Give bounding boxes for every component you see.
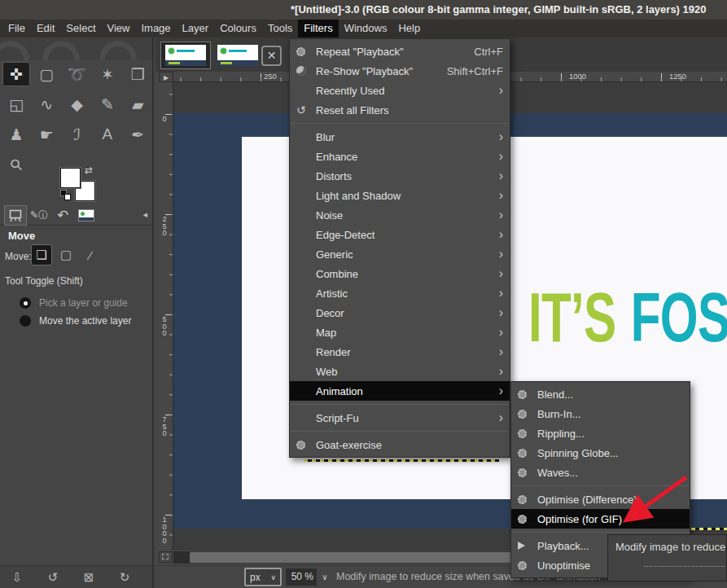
move-layer-button[interactable]: ❏ xyxy=(31,244,52,265)
rectangle-select-tool[interactable]: ▢ xyxy=(33,62,60,86)
transform-tool[interactable]: ◱ xyxy=(2,92,30,116)
menu-item-goat-exercise[interactable]: Goat-exercise xyxy=(290,435,510,454)
move-selection-button[interactable]: ▢ xyxy=(55,244,77,265)
menu-item-rippling[interactable]: Rippling... xyxy=(511,423,690,443)
default-colors-icon[interactable] xyxy=(60,190,72,201)
tab-tool-options[interactable] xyxy=(4,205,27,226)
fuzzy-select-tool[interactable]: ✶ xyxy=(94,62,121,86)
ruler-label-0: 0 xyxy=(160,116,169,123)
menubar-item-tools[interactable]: Tools xyxy=(262,20,298,37)
menu-item-optimise-for-gif[interactable]: Optimise (for GIF) xyxy=(511,509,690,529)
radio-move-the-active-layer[interactable]: Move the active layer xyxy=(20,314,131,327)
menu-item-recently-used[interactable]: Recently Used› xyxy=(290,81,510,100)
menubar-item-help[interactable]: Help xyxy=(392,20,426,37)
menubar-item-colours[interactable]: Colours xyxy=(214,20,262,37)
eraser-tool[interactable]: ▰ xyxy=(124,92,151,116)
ruler-origin-button[interactable]: ▶ xyxy=(159,72,173,82)
ruler-label-250: 2 5 0 xyxy=(160,216,169,237)
gimp-window: *[Untitled]-3.0 (RGB colour 8-bit gamma … xyxy=(0,0,727,588)
menu-item-label: Reset all Filters xyxy=(316,104,493,116)
tab-undo-history[interactable]: ↶ xyxy=(51,205,74,226)
menu-item-web[interactable]: Web› xyxy=(290,362,510,381)
collapse-dock-icon[interactable]: ◂ xyxy=(142,209,147,220)
free-select-tool[interactable]: ➰ xyxy=(64,62,91,86)
zoom-chevron-icon[interactable]: ∨ xyxy=(318,568,331,586)
smudge-tool[interactable]: ☛ xyxy=(33,122,60,147)
airbrush-tool[interactable]: ℐ xyxy=(64,122,91,147)
menu-item-light-and-shadow[interactable]: Light and Shadow› xyxy=(290,186,510,205)
menu-item-label: Spinning Globe... xyxy=(537,447,673,459)
foreground-color-swatch[interactable] xyxy=(60,168,81,188)
restore-tool-preset-button[interactable]: ↺ xyxy=(44,569,62,586)
radio-label: Pick a layer or guide xyxy=(39,297,128,309)
gear-icon xyxy=(518,429,527,438)
menu-item-burn-in[interactable]: Burn-In... xyxy=(511,404,690,423)
text-tool[interactable]: A xyxy=(94,122,121,147)
menubar-item-windows[interactable]: Windows xyxy=(339,20,393,37)
delete-tool-preset-button[interactable]: ⊠ xyxy=(80,569,98,586)
menubar-item-image[interactable]: Image xyxy=(135,20,176,37)
menu-item-waves[interactable]: Waves... xyxy=(511,463,690,482)
menubar-item-layer[interactable]: Layer xyxy=(177,20,215,37)
window-title: *[Untitled]-3.0 (RGB colour 8-bit gamma … xyxy=(291,3,706,15)
warp-tool[interactable]: ∿ xyxy=(33,92,60,116)
swap-colors-icon[interactable]: ⇄ xyxy=(85,165,93,176)
unit-dropdown[interactable]: px ∨ xyxy=(244,568,282,586)
reset-tool-options-button[interactable]: ↻ xyxy=(116,569,134,586)
menu-item-reset-all-filters[interactable]: ↺Reset all Filters xyxy=(290,100,510,120)
menu-item-artistic[interactable]: Artistic› xyxy=(290,283,510,303)
menu-item-blend[interactable]: Blend... xyxy=(511,384,690,404)
zoom-level-field[interactable]: 50 % xyxy=(286,568,317,586)
menu-item-optimise-difference[interactable]: Optimise (Difference) xyxy=(511,489,690,509)
ruler-label-500: 5 0 0 xyxy=(160,316,169,337)
gear-icon xyxy=(518,390,527,399)
menu-item-script-fu[interactable]: Script-Fu› xyxy=(290,408,510,428)
move-layer-icon: ❏ xyxy=(36,248,46,262)
menubar-item-filters[interactable]: Filters xyxy=(298,20,338,37)
menubar-item-select[interactable]: Select xyxy=(60,20,101,37)
menubar-item-file[interactable]: File xyxy=(2,20,31,37)
menu-item-label: Waves... xyxy=(537,467,673,479)
menubar-item-view[interactable]: View xyxy=(102,20,136,37)
paintbrush-tool[interactable]: ✎ xyxy=(94,92,121,116)
radio-button-icon[interactable] xyxy=(20,297,31,309)
menu-item-repeat-playback[interactable]: Repeat "Playback"Ctrl+F xyxy=(290,42,510,61)
submenu-chevron-icon: › xyxy=(489,385,503,397)
radio-pick-a-layer-or-guide[interactable]: Pick a layer or guide xyxy=(20,296,128,309)
move-path-button[interactable]: ∕ xyxy=(80,244,101,265)
ink-tool[interactable]: ✒ xyxy=(124,122,151,147)
menu-item-enhance[interactable]: Enhance› xyxy=(290,147,510,166)
menu-item-blur[interactable]: Blur› xyxy=(290,127,510,147)
close-image-button[interactable]: ✕ xyxy=(261,46,282,66)
save-tool-preset-button[interactable]: ⇩ xyxy=(8,569,26,586)
menu-item-combine[interactable]: Combine› xyxy=(290,264,510,283)
menu-item-render[interactable]: Render› xyxy=(290,342,510,362)
bucket-fill-tool[interactable]: ◆ xyxy=(64,92,91,116)
clone-tool[interactable]: ♟ xyxy=(2,122,30,147)
menu-item-label: Artistic xyxy=(316,287,489,300)
menu-item-decor[interactable]: Decor› xyxy=(290,303,510,323)
menu-item-edge-detect[interactable]: Edge-Detect› xyxy=(290,225,510,244)
quick-mask-toggle[interactable] xyxy=(159,551,173,563)
crop-tool[interactable]: ❒ xyxy=(124,62,151,86)
menu-item-noise[interactable]: Noise› xyxy=(290,205,510,225)
fuzzy-select-tool-icon: ✶ xyxy=(101,65,114,84)
menubar-item-edit[interactable]: Edit xyxy=(31,20,60,37)
menu-item-animation[interactable]: Animation› xyxy=(290,381,510,401)
move-tool[interactable]: ✜ xyxy=(2,62,30,86)
image-tab-2[interactable] xyxy=(212,42,263,69)
gear-icon xyxy=(518,410,527,419)
menu-item-distorts[interactable]: Distorts› xyxy=(290,166,510,186)
radio-button-icon[interactable] xyxy=(20,315,31,327)
tool-toggle-label: Tool Toggle (Shift) xyxy=(5,275,83,287)
tab-device-status[interactable]: ✎ⓘ xyxy=(28,205,50,226)
menu-item-map[interactable]: Map› xyxy=(290,323,510,342)
menu-item-re-show-playback[interactable]: Re-Show "Playback"Shift+Ctrl+F xyxy=(290,61,510,81)
bucket-fill-tool-icon: ◆ xyxy=(71,95,83,114)
color-area: ⇄ xyxy=(0,164,152,204)
tab-images[interactable] xyxy=(75,205,98,226)
gear-icon xyxy=(518,468,527,477)
menu-item-spinning-globe[interactable]: Spinning Globe... xyxy=(511,443,690,463)
menu-item-generic[interactable]: Generic› xyxy=(290,244,510,264)
image-tab-1[interactable] xyxy=(160,42,211,69)
